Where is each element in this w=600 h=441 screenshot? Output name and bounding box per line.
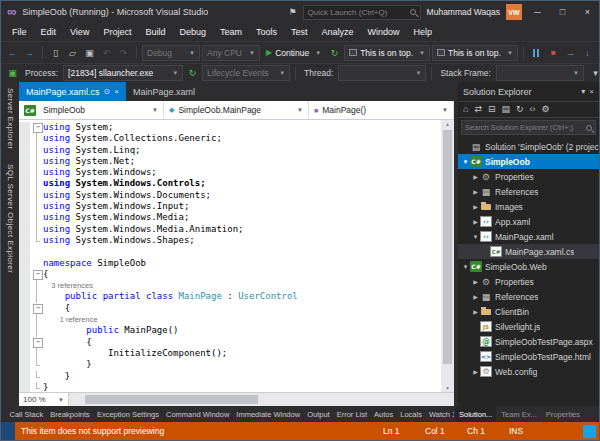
feedback-icon[interactable] <box>583 425 596 438</box>
solution-explorer-search[interactable]: Search Solution Explorer (Ctrl+;) <box>461 120 596 135</box>
dock-tab-sql-server-object-explorer[interactable]: SQL Server Object Explorer <box>6 164 15 273</box>
expander-icon[interactable]: ▼ <box>461 264 470 270</box>
pin-icon[interactable]: ⊙ <box>104 87 111 96</box>
switch-views-icon[interactable]: ⇄ <box>474 105 482 114</box>
code-line[interactable]: using System.Linq; <box>19 145 441 156</box>
code-line[interactable]: public partial class MainPage : UserCont… <box>19 291 441 302</box>
menu-item-file[interactable]: File <box>5 23 34 41</box>
lifecycle-events-dropdown[interactable]: Lifecycle Events▼ <box>202 65 290 81</box>
redo-icon[interactable]: ↷ <box>116 45 131 61</box>
continue-button[interactable]: ▶ Continue ▼ <box>262 48 325 58</box>
collapse-toggle-icon[interactable] <box>30 122 43 133</box>
tree-item-mainpage-xaml-cs[interactable]: MainPage.xaml.cs <box>458 244 599 259</box>
tree-item-simpleoob-web[interactable]: ▼SimpleOob.Web <box>458 259 599 274</box>
notifications-flag-icon[interactable]: ⚑ <box>289 7 297 17</box>
minimize-button[interactable]: ─ <box>528 4 547 20</box>
maximize-button[interactable]: □ <box>553 4 572 20</box>
code-line[interactable]: } <box>19 382 441 392</box>
code-line[interactable]: 3 references <box>19 280 441 291</box>
lifecycle-events-icon[interactable]: ↻ <box>185 65 200 81</box>
navigate-forward-icon[interactable]: → <box>22 45 37 61</box>
expander-icon[interactable]: ▶ <box>471 278 480 285</box>
collapse-toggle-icon[interactable] <box>30 303 43 314</box>
navbar-project-dropdown[interactable]: SimpleOob ▼ <box>19 101 164 119</box>
tool-tab-immediate-window[interactable]: Immediate Window <box>233 410 304 419</box>
break-all-icon[interactable] <box>529 45 544 61</box>
document-tab-mainpage-xaml[interactable]: MainPage.xaml <box>126 82 202 101</box>
code-line[interactable]: public MainPage() <box>19 325 441 336</box>
process-dropdown[interactable]: [21834] sllauncher.exe▼ <box>63 65 183 81</box>
code-area[interactable]: using System;using System.Collections.Ge… <box>19 120 441 392</box>
tool-tab-call-stack[interactable]: Call Stack <box>6 410 47 419</box>
expander-icon[interactable]: ▶ <box>471 308 480 315</box>
home-icon[interactable]: ⌂ <box>463 105 468 114</box>
navbar-member-dropdown[interactable]: ■ MainPage() ▼ <box>309 101 454 119</box>
solution-explorer-header[interactable]: Solution Explorer ▾ × <box>458 82 599 101</box>
code-line[interactable]: namespace SimpleOob <box>19 258 441 269</box>
menu-item-help[interactable]: Help <box>407 23 440 41</box>
tree-item-simpleoobtestpage-html[interactable]: SimpleOobTestPage.html <box>458 349 599 364</box>
tree-item-mainpage-xaml[interactable]: ▼MainPage.xaml <box>458 229 599 244</box>
expander-icon[interactable]: ▶ <box>471 368 480 375</box>
code-line[interactable]: using System.Windows.Controls; <box>19 178 441 189</box>
panel-tab-solution[interactable]: Solution... <box>455 406 496 422</box>
code-line[interactable]: { <box>19 337 441 348</box>
dock-tab-server-explorer[interactable]: Server Explorer <box>6 88 15 150</box>
code-line[interactable]: using System.Windows.Shapes; <box>19 235 441 246</box>
code-line[interactable]: 1 reference <box>19 314 441 325</box>
code-line[interactable]: using System.Net; <box>19 156 441 167</box>
expander-icon[interactable]: ▶ <box>471 203 480 210</box>
close-button[interactable]: × <box>578 4 597 20</box>
scrollbar-thumb[interactable] <box>443 130 452 364</box>
code-line[interactable]: } <box>19 371 441 382</box>
scrollbar-thumb[interactable] <box>85 395 258 404</box>
status-corner-icon[interactable] <box>1 422 15 440</box>
expander-icon[interactable]: ▶ <box>471 218 480 225</box>
zoom-dropdown[interactable]: 100 % ▼ <box>19 393 69 406</box>
tree-item-images[interactable]: ▶Images <box>458 199 599 214</box>
collapse-toggle-icon[interactable] <box>30 337 43 348</box>
menu-item-window[interactable]: Window <box>361 23 407 41</box>
tool-tab-breakpoints[interactable]: Breakpoints <box>47 410 94 419</box>
tool-tab-watch-1[interactable]: Watch 1 <box>425 410 454 419</box>
tool-tab-exception-settings[interactable]: Exception Settings <box>93 410 162 419</box>
code-line[interactable] <box>19 246 441 257</box>
tool-tab-locals[interactable]: Locals <box>397 410 426 419</box>
menu-item-debug[interactable]: Debug <box>172 23 213 41</box>
show-next-statement-icon[interactable]: → <box>563 45 578 61</box>
collapse-all-icon[interactable]: ⊟ <box>488 105 496 114</box>
expander-icon[interactable]: ▶ <box>471 188 480 195</box>
view-code-icon[interactable]: ‹› <box>530 105 536 114</box>
menu-item-tools[interactable]: Tools <box>249 23 284 41</box>
code-line[interactable]: } <box>19 359 441 370</box>
vertical-scrollbar[interactable]: ▲ ▼ <box>441 120 454 392</box>
panel-tab-team-ex[interactable]: Team Ex... <box>497 406 540 422</box>
stack-frame-dropdown[interactable]: ▼ <box>496 65 584 81</box>
tool-tab-autos[interactable]: Autos <box>371 410 397 419</box>
tree-item-solution-simpleoob-2-projects[interactable]: Solution 'SimpleOob' (2 projects) <box>458 139 599 154</box>
code-line[interactable]: { <box>19 303 441 314</box>
open-file-icon[interactable]: ▱ <box>65 45 80 61</box>
save-icon[interactable]: ▣ <box>82 45 97 61</box>
collapse-toggle-icon[interactable] <box>30 269 43 280</box>
avatar[interactable]: VW <box>506 4 522 20</box>
menu-item-test[interactable]: Test <box>284 23 315 41</box>
code-line[interactable]: using System.Windows.Media.Animation; <box>19 224 441 235</box>
debug-target-dropdown-2[interactable]: This is on top.▼ <box>432 45 518 61</box>
tree-item-silverlight-js[interactable]: Silverlight.js <box>458 319 599 334</box>
solution-platform-dropdown[interactable]: Any CPU▼ <box>202 45 260 61</box>
thread-dropdown[interactable]: ▼ <box>338 65 426 81</box>
code-line[interactable]: using System.Windows.Documents; <box>19 190 441 201</box>
tool-tab-error-list[interactable]: Error List <box>333 410 370 419</box>
scroll-down-icon[interactable]: ▼ <box>441 385 454 391</box>
step-into-icon[interactable]: ↓ <box>580 45 595 61</box>
user-name[interactable]: Muhammad Waqas <box>427 7 500 17</box>
menu-item-view[interactable]: View <box>63 23 96 41</box>
code-line[interactable]: using System.Windows.Media; <box>19 212 441 223</box>
undo-icon[interactable]: ↶ <box>99 45 114 61</box>
tree-item-simpleoobtestpage-aspx[interactable]: SimpleOobTestPage.aspx <box>458 334 599 349</box>
refresh-icon[interactable]: ↻ <box>516 105 524 114</box>
debug-target-dropdown-1[interactable]: This is on top.▼ <box>344 45 430 61</box>
close-tab-icon[interactable]: × <box>114 87 119 96</box>
tree-item-properties[interactable]: ▶Properties <box>458 169 599 184</box>
